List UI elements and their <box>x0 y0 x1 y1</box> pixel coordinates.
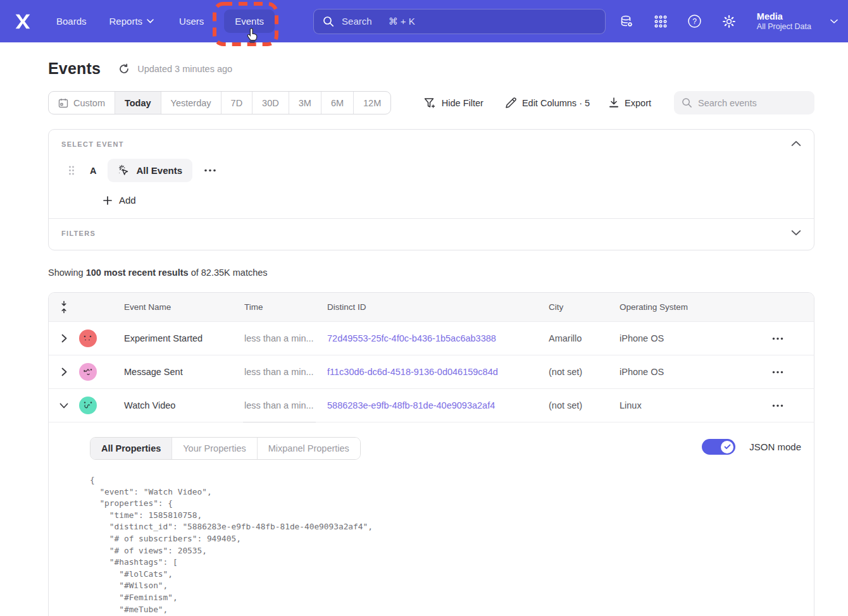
date-option-3m[interactable]: 3M <box>289 92 321 114</box>
json-mode-toggle[interactable] <box>702 439 735 455</box>
col-operating-system[interactable]: Operating System <box>620 302 751 312</box>
date-option-30d[interactable]: 30D <box>252 92 289 114</box>
controls-row: Custom Today Yesterday 7D 30D 3M 6M 12M … <box>48 91 814 114</box>
collapse-chevron-up-icon[interactable] <box>791 139 801 149</box>
select-event-section: SELECT EVENT A <box>49 130 814 218</box>
edit-columns-button[interactable]: Edit Columns · 5 <box>505 97 590 109</box>
cell-distinct-id-link[interactable]: 5886283e-e9fb-48fb-81de-40e9093a2af4 <box>327 400 495 410</box>
date-option-12m[interactable]: 12M <box>353 92 390 114</box>
toggle-knob-check-icon <box>721 441 733 453</box>
event-row-more-button[interactable] <box>204 169 216 172</box>
search-events-box <box>674 91 814 114</box>
nav-users-label: Users <box>179 16 204 27</box>
results-suffix: of 82.35K matches <box>189 268 268 278</box>
mixpanel-logo[interactable] <box>13 11 33 32</box>
event-detail-panel: All Properties Your Properties Mixpanel … <box>49 422 814 616</box>
cell-event-name: Experiment Started <box>124 333 244 343</box>
cell-os: iPhone OS <box>620 333 751 343</box>
export-label: Export <box>625 98 651 108</box>
table-header-row: Event Name Time Distinct ID City Operati… <box>49 293 814 321</box>
date-option-yesterday[interactable]: Yesterday <box>161 92 221 114</box>
cell-distinct-id-link[interactable]: 72d49553-25fc-4f0c-b436-1b5ac6ab3388 <box>327 333 496 343</box>
row-more-button[interactable] <box>751 404 814 407</box>
event-cursor-sparkle-icon <box>118 164 130 176</box>
funnel-plus-icon <box>424 97 436 109</box>
date-option-today[interactable]: Today <box>115 92 161 114</box>
table-tools: Hide Filter Edit Columns · 5 Export <box>424 91 814 114</box>
settings-gear-icon[interactable] <box>721 14 737 29</box>
row-more-button[interactable] <box>751 371 814 374</box>
nav-item-events[interactable]: Events <box>224 9 275 33</box>
download-icon <box>609 97 619 108</box>
global-search[interactable]: Search ⌘ + K <box>313 9 606 34</box>
search-icon <box>323 16 334 27</box>
tab-your-properties[interactable]: Your Properties <box>171 438 256 459</box>
select-event-label: SELECT EVENT <box>61 140 801 148</box>
project-subtitle: All Project Data <box>757 22 811 32</box>
nav-item-boards[interactable]: Boards <box>56 16 87 27</box>
export-button[interactable]: Export <box>609 97 651 108</box>
event-row-letter: A <box>90 166 96 176</box>
nav-item-reports[interactable]: Reports <box>109 16 154 27</box>
date-3m-label: 3M <box>299 98 311 108</box>
col-distinct-id[interactable]: Distinct ID <box>327 302 549 312</box>
hide-filter-button[interactable]: Hide Filter <box>424 97 483 109</box>
tab-mixpanel-properties[interactable]: Mixpanel Properties <box>257 438 360 459</box>
event-avatar <box>79 363 97 381</box>
row-expand-chevron-right-icon[interactable] <box>49 334 79 343</box>
edit-columns-label: Edit Columns · 5 <box>522 98 590 108</box>
search-events-input[interactable] <box>698 98 793 108</box>
col-city[interactable]: City <box>549 302 620 312</box>
cell-distinct-id-link[interactable]: f11c30d6-dc6d-4518-9136-0d046159c84d <box>327 367 498 377</box>
project-name: Media <box>757 11 811 22</box>
row-collapse-chevron-down-icon[interactable] <box>49 403 79 409</box>
calendar-icon <box>58 98 68 108</box>
help-icon[interactable]: ? <box>687 14 702 29</box>
json-mode-control: JSON mode <box>702 439 801 455</box>
date-option-6m[interactable]: 6M <box>321 92 353 114</box>
event-avatar <box>79 330 97 347</box>
selected-event-name: All Events <box>136 165 182 176</box>
col-event-name[interactable]: Event Name <box>124 302 244 312</box>
project-switcher[interactable]: Media All Project Data <box>757 11 811 32</box>
event-json-view: { "event": "Watch Video", "properties": … <box>90 474 801 616</box>
tab-all-properties[interactable]: All Properties <box>90 438 171 459</box>
nav-events-label: Events <box>235 16 264 27</box>
nav-reports-label: Reports <box>109 16 143 27</box>
results-count: 100 most recent results <box>86 268 189 278</box>
add-event-button[interactable]: Add <box>103 195 136 206</box>
drag-handle-icon[interactable] <box>68 166 75 175</box>
cell-time: less than a min... <box>244 367 327 377</box>
pencil-icon <box>505 97 516 109</box>
sort-time-icon[interactable] <box>49 300 79 314</box>
expand-chevron-down-icon[interactable] <box>791 228 801 238</box>
refresh-icon[interactable] <box>118 63 130 75</box>
date-today-label: Today <box>125 98 151 108</box>
row-expand-chevron-right-icon[interactable] <box>49 367 79 376</box>
event-selector-button[interactable]: All Events <box>108 159 192 182</box>
table-row[interactable]: Experiment Started less than a min... 72… <box>49 321 814 355</box>
cell-os: Linux <box>620 400 751 410</box>
apps-grid-icon[interactable] <box>653 14 668 29</box>
cell-event-name: Watch Video <box>124 400 244 410</box>
date-12m-label: 12M <box>363 98 381 108</box>
chevron-down-icon <box>147 19 154 23</box>
cell-time: less than a min... <box>244 400 327 410</box>
table-row-expanded[interactable]: Watch Video less than a min... 5886283e-… <box>49 388 814 422</box>
nav-item-users[interactable]: Users <box>179 16 204 27</box>
search-shortcut: ⌘ + K <box>389 16 415 27</box>
date-custom-label: Custom <box>73 98 105 108</box>
updated-timestamp: Updated 3 minutes ago <box>137 64 232 74</box>
date-option-custom[interactable]: Custom <box>49 92 115 114</box>
main-content: Events Updated 3 minutes ago Custom Toda… <box>48 59 814 616</box>
date-option-7d[interactable]: 7D <box>221 92 253 114</box>
detail-divider-stub <box>243 422 316 422</box>
project-chevron-down-icon[interactable] <box>830 19 838 24</box>
table-row[interactable]: Message Sent less than a min... f11c30d6… <box>49 355 814 388</box>
date-30d-label: 30D <box>262 98 279 108</box>
col-time[interactable]: Time <box>244 302 327 312</box>
global-search-placeholder: Search <box>342 16 372 27</box>
row-more-button[interactable] <box>751 337 814 340</box>
search-events-icon <box>682 97 692 108</box>
data-management-icon[interactable] <box>619 14 634 29</box>
